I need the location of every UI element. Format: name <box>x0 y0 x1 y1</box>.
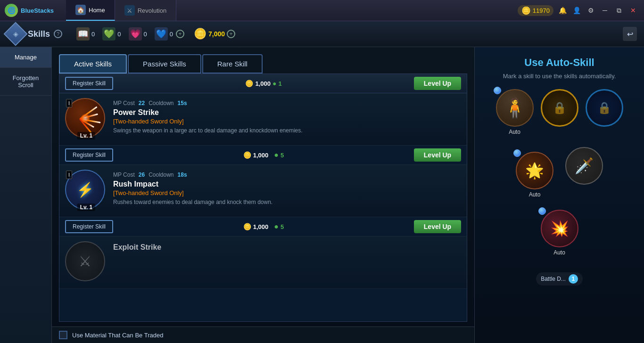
red-skill-icon: 💥 <box>550 220 569 237</box>
skill-entry-power-strike: I Lv. 1 MP Cost 22 Cooldown 15s Power St… <box>59 93 467 146</box>
notification-btn[interactable]: 🔔 <box>557 5 568 16</box>
settings-btn[interactable]: ⚙ <box>586 5 596 16</box>
resource-book: 📖 0 <box>76 27 95 41</box>
exploit-strike-icon-wrap: ⚔ <box>65 241 107 284</box>
mp-val: 22 <box>139 100 145 106</box>
ps-cost-gold: 1,000 <box>253 152 269 159</box>
ri-mp-label: MP Cost <box>113 172 135 178</box>
partial-top-row: Register Skill 🪙 1,000 ● 1 Level Up <box>59 74 467 93</box>
autoskill-layout: 🧍 Auto 🔒 🔒 <box>484 89 635 268</box>
character-body-icon: 🧍 <box>503 98 527 117</box>
trade-checkbox[interactable] <box>59 331 67 339</box>
rush-impact-cost: 🪙 1,000 ● 5 <box>243 222 284 231</box>
rush-impact-desc: Rushes toward enemies to deal damage and… <box>113 198 455 206</box>
lock-blue-icon: 🔒 <box>597 101 611 114</box>
sidebar-item-manage[interactable]: Manage <box>0 47 51 68</box>
skills-title: Skills <box>28 29 50 39</box>
game-area: ◈ Skills ? 📖 0 💚 0 💗 0 💙 0 <box>0 21 644 343</box>
auto-slot-locked-gold[interactable]: 🔒 <box>541 89 578 127</box>
logo-text: BlueStacks <box>21 7 54 14</box>
char-slot-label: Auto <box>509 129 520 135</box>
levelup-rush-impact-btn[interactable]: Level Up <box>414 220 461 233</box>
bluestacks-logo: 🌀 BlueStacks <box>0 4 66 17</box>
auto-slot-character[interactable]: 🧍 <box>496 89 534 127</box>
fire-skill-icon: 🌟 <box>525 162 544 180</box>
register-power-strike-btn[interactable]: Register Skill <box>65 148 113 162</box>
skills-list: Register Skill 🪙 1,000 ● 1 Level Up <box>59 74 467 322</box>
power-strike-name: Power Strike <box>113 108 455 117</box>
mp-label: MP Cost <box>113 100 135 106</box>
auto-slot-red[interactable]: 💥 <box>541 210 578 247</box>
add-gold-btn[interactable]: + <box>227 30 235 38</box>
tab-active-skills[interactable]: Active Skills <box>59 54 127 74</box>
ri-mp-val: 26 <box>139 172 145 178</box>
browser-tabs: 🏠 Home ⚔ Revolution <box>66 0 512 21</box>
fire-slot-label: Auto <box>529 191 541 198</box>
game-tab[interactable]: ⚔ Revolution <box>115 0 176 21</box>
cost-gem-top: 1 <box>278 80 281 87</box>
book-icon: 📖 <box>76 27 90 41</box>
slot-locked-blue: 🔒 <box>586 89 623 135</box>
register-skill-btn-top[interactable]: Register Skill <box>65 77 113 90</box>
ri-cd-val: 18s <box>178 172 187 178</box>
gem-icon-top: ● <box>272 80 276 87</box>
exploit-strike-icon: ⚔ <box>65 241 105 281</box>
close-btn[interactable]: ✕ <box>628 5 638 16</box>
gold-coin-icon: 🪙 <box>194 28 206 40</box>
blue-gem-icon: 💙 <box>155 27 168 41</box>
rush-impact-stats: MP Cost 26 Cooldown 18s <box>113 172 455 178</box>
ri-cost-gold: 1,000 <box>253 223 269 230</box>
sidebar-item-forgotten[interactable]: ForgottenScroll <box>0 68 51 96</box>
titlebar-right: 🪙 11970 🔔 👤 ⚙ ─ ⧉ ✕ <box>512 5 644 16</box>
tab-passive-skills[interactable]: Passive Skills <box>128 54 201 74</box>
power-strike-cost: 🪙 1,000 ● 5 <box>243 151 284 159</box>
slot-skill-red: 💥 Auto <box>541 210 578 256</box>
minimize-btn[interactable]: ─ <box>600 5 610 16</box>
exploit-strike-name: Exploit Strike <box>113 243 455 252</box>
cd-label: Cooldown <box>149 100 173 106</box>
home-tab-label: Home <box>89 7 105 14</box>
red-orb-tl <box>538 207 546 215</box>
add-resource-btn[interactable]: + <box>176 30 184 38</box>
power-strike-stats: MP Cost 22 Cooldown 15s <box>113 100 455 106</box>
ps-glow <box>81 114 90 123</box>
register-rush-impact-btn[interactable]: Register Skill <box>65 220 113 233</box>
power-strike-icon-wrap: I Lv. 1 <box>65 98 107 140</box>
resource-green-gem: 💚 0 <box>102 27 121 41</box>
exit-button[interactable]: ↩ <box>623 27 637 41</box>
power-strike-lv: Lv. 1 <box>77 132 95 139</box>
ps-gem-icon: ● <box>274 151 279 159</box>
rush-art: ⚡ <box>76 181 94 198</box>
levelup-power-strike-btn[interactable]: Level Up <box>414 148 461 162</box>
auto-slot-locked-blue[interactable]: 🔒 <box>586 89 623 127</box>
slot-locked-gold: 🔒 <box>541 89 578 135</box>
ri-cd-label: Cooldown <box>149 172 173 178</box>
skills-diamond-inner: ◈ <box>13 30 18 38</box>
help-button[interactable]: ? <box>54 30 62 38</box>
tab-rare-skill[interactable]: Rare Skill <box>202 54 263 74</box>
ri-gem-icon: ● <box>274 222 279 231</box>
exploit-art: ⚔ <box>79 253 91 270</box>
home-tab-icon: 🏠 <box>75 5 86 15</box>
levelup-btn-top[interactable]: Level Up <box>414 77 461 90</box>
profile-btn[interactable]: 👤 <box>571 5 582 16</box>
auto-slot-fire[interactable]: 🌟 <box>516 152 553 189</box>
autoskill-row3: 💥 Auto <box>541 210 578 256</box>
rush-impact-level-badge: I <box>66 171 72 179</box>
power-strike-art <box>71 104 99 132</box>
rush-impact-action-row: Register Skill 🪙 1,000 ● 5 Level Up <box>59 217 467 237</box>
coin-icon: 🪙 <box>521 6 531 15</box>
trade-text: Use Material That Can Be Traded <box>72 332 163 339</box>
ps-coin-icon: 🪙 <box>243 151 251 159</box>
home-tab[interactable]: 🏠 Home <box>66 0 115 21</box>
coin-amount: 11970 <box>533 7 550 14</box>
main-layout: Manage ForgottenScroll Active Skills Pas… <box>0 47 644 343</box>
slot-character: 🧍 Auto <box>496 89 534 135</box>
battle-deck[interactable]: Battle D... 1 <box>536 272 583 286</box>
rush-impact-lv: Lv. 1 <box>77 204 95 211</box>
resource-blue-gem: 💙 0 <box>155 27 173 41</box>
pink-gem-icon: 💗 <box>129 27 142 41</box>
auto-slot-sword[interactable]: 🗡️ <box>565 147 603 185</box>
slot-sword: 🗡️ <box>565 147 603 185</box>
restore-btn[interactable]: ⧉ <box>614 5 624 16</box>
